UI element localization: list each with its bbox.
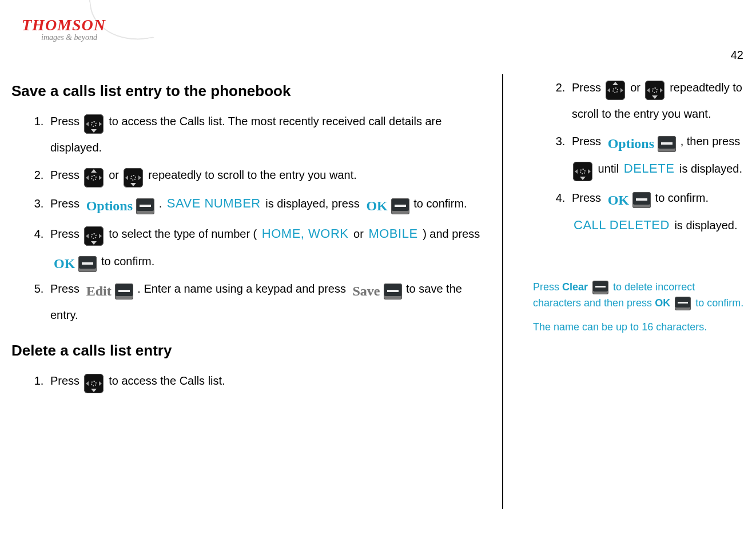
display-text: HOME, WORK — [260, 226, 351, 241]
right-column: Press or repeadtedly to scroll to the en… — [509, 74, 745, 509]
logo-tagline: images & beyond — [41, 33, 97, 42]
delete-step-3: Press Options , then press until DELETE … — [568, 128, 745, 183]
heading-delete-entry: Delete a calls list entry — [11, 342, 486, 360]
page-number: 42 — [731, 49, 743, 62]
ok-softkey-icon: OK — [606, 190, 651, 210]
options-softkey-icon: Options — [606, 134, 676, 154]
options-softkey-icon: Options — [84, 197, 154, 216]
tip-line-1: Press Clear to delete incorrect characte… — [533, 280, 745, 312]
left-softkey-icon — [136, 198, 154, 214]
delete-steps-list-left: Press to access the Calls list. — [11, 368, 486, 394]
display-text: CALL DELETED — [572, 218, 671, 232]
left-softkey-icon — [115, 284, 133, 300]
save-step-4: Press to select the type of number ( HOM… — [47, 219, 486, 275]
nav-down-icon — [645, 81, 665, 100]
page: THOMSON images & beyond 42 Save a calls … — [0, 0, 756, 532]
display-text: DELETE — [622, 161, 677, 175]
display-text: SAVE NUMBER — [165, 196, 262, 210]
edit-softkey-icon: Edit — [84, 282, 133, 301]
heading-save-entry: Save a calls list entry to the phonebook — [11, 82, 486, 100]
tip-line-2: The name can be up to 16 characters. — [533, 320, 745, 336]
delete-step-4: Press OK to confirm. CALL DELETED is dis… — [568, 185, 745, 240]
display-text: MOBILE — [367, 226, 419, 241]
ok-softkey-icon: OK — [51, 254, 97, 274]
save-softkey-icon: Save — [351, 282, 402, 301]
logo-brand-text: THOMSON — [22, 16, 106, 34]
nav-down-icon — [124, 168, 143, 187]
ok-key-label: OK — [655, 297, 670, 309]
column-divider — [502, 74, 503, 509]
save-steps-list: Press to access the Calls list. The most… — [11, 108, 486, 328]
save-step-1: Press to access the Calls list. The most… — [47, 108, 486, 161]
nav-down-icon — [84, 226, 104, 246]
nav-down-icon — [84, 374, 104, 393]
left-softkey-icon — [384, 284, 402, 300]
nav-down-icon — [573, 162, 592, 181]
left-softkey-icon — [658, 136, 676, 152]
save-step-5: Press Edit . Enter a name using a keypad… — [47, 276, 486, 328]
left-softkey-icon — [632, 192, 651, 208]
left-softkey-icon — [391, 198, 409, 214]
nav-down-icon — [84, 114, 104, 134]
left-softkey-icon — [78, 256, 97, 272]
left-softkey-icon — [675, 297, 691, 310]
delete-step-1: Press to access the Calls list. — [47, 368, 486, 394]
nav-up-icon — [606, 81, 625, 100]
nav-up-icon — [84, 168, 104, 187]
save-step-2: Press or repeatedly to scroll to the ent… — [47, 162, 486, 188]
save-step-3: Press Options . SAVE NUMBER is displayed… — [47, 189, 486, 218]
delete-step-2: Press or repeadtedly to scroll to the en… — [568, 74, 745, 127]
tip-box: Press Clear to delete incorrect characte… — [533, 280, 745, 336]
content-columns: Save a calls list entry to the phonebook… — [11, 74, 745, 509]
left-column: Save a calls list entry to the phonebook… — [11, 74, 496, 509]
ok-softkey-icon: OK — [364, 197, 409, 216]
clear-key-label: Clear — [562, 281, 588, 293]
brand-logo: THOMSON images & beyond — [11, 0, 143, 46]
delete-steps-list-right: Press or repeadtedly to scroll to the en… — [533, 74, 745, 239]
right-softkey-icon — [592, 281, 608, 294]
